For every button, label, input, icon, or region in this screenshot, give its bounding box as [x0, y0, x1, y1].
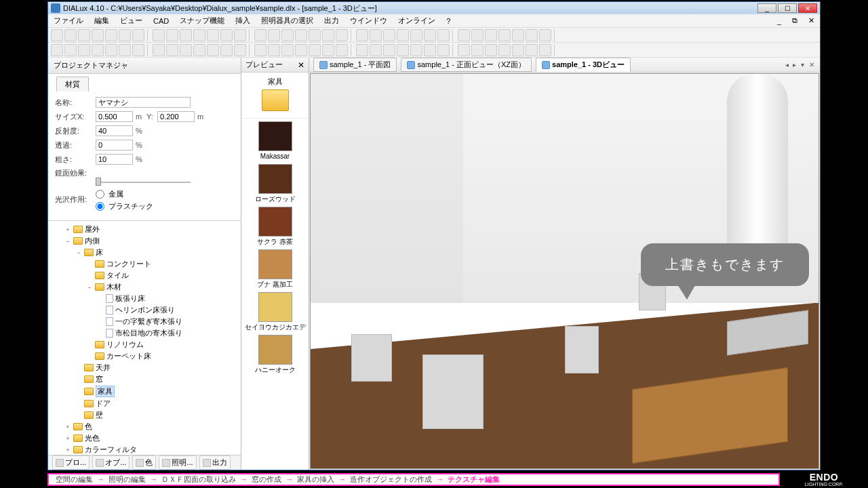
toolbar-button[interactable]	[458, 29, 470, 41]
toolbar-button[interactable]	[295, 29, 307, 41]
mdi-minimize[interactable]: _	[774, 16, 784, 26]
toolbar-button[interactable]	[193, 29, 205, 41]
toolbar-button[interactable]	[234, 29, 246, 41]
toolbar-button[interactable]	[220, 29, 233, 41]
titlebar[interactable]: DIALux 4.10 - C:¥Users¥Sayaka¥Desktop¥Di…	[48, 2, 820, 14]
menu-snap[interactable]: スナップ機能	[177, 14, 227, 27]
toolbar-button[interactable]	[132, 29, 144, 41]
toolbar-button[interactable]	[397, 29, 409, 41]
input-name[interactable]	[96, 97, 191, 108]
toolbar-button[interactable]	[234, 44, 246, 56]
toolbar-button[interactable]	[180, 29, 192, 41]
doc-tab[interactable]: sample_1 - 3Dビュー	[536, 58, 631, 72]
toolbar-button[interactable]	[147, 29, 150, 41]
toolbar-button[interactable]	[92, 29, 104, 41]
bt-output[interactable]: 出力	[199, 455, 231, 470]
swatch-item[interactable]: ローズウッド	[244, 164, 306, 203]
toolbar-button[interactable]	[485, 44, 497, 56]
toolbar-button[interactable]	[452, 29, 455, 41]
toolbar-button[interactable]	[410, 29, 422, 41]
toolbar-button[interactable]	[424, 29, 436, 41]
toolbar-button[interactable]	[322, 44, 334, 56]
toolbar-button[interactable]	[207, 44, 219, 56]
toolbar-button[interactable]	[309, 44, 321, 56]
toolbar-button[interactable]	[383, 44, 395, 56]
toolbar-button[interactable]	[356, 44, 368, 56]
toolbar-button[interactable]	[51, 29, 63, 41]
toolbar-button[interactable]	[512, 29, 524, 41]
swatch-item[interactable]: Makassar	[244, 121, 306, 160]
radio-plastic[interactable]	[96, 202, 104, 211]
toolbar-button[interactable]	[539, 44, 551, 56]
toolbar-button[interactable]	[281, 44, 294, 56]
close-button[interactable]: ✕	[798, 3, 817, 13]
toolbar-button[interactable]	[485, 29, 497, 41]
toolbar-button[interactable]	[254, 44, 267, 56]
tab-material[interactable]: 材質	[56, 77, 89, 92]
toolbar-button[interactable]	[471, 44, 484, 56]
toolbar-button[interactable]	[351, 29, 353, 41]
tab-nav[interactable]: ◂ ▸ ▾ ✕	[785, 61, 816, 68]
toolbar-button[interactable]	[554, 29, 557, 41]
toolbar-button[interactable]	[249, 44, 252, 56]
toolbar-button[interactable]	[166, 44, 178, 56]
menu-luminaire[interactable]: 照明器具の選択	[258, 14, 316, 27]
toolbar-button[interactable]	[336, 29, 348, 41]
tree-node-furniture[interactable]: 家具	[54, 385, 238, 398]
menu-cad[interactable]: CAD	[151, 16, 172, 26]
toolbar-button[interactable]	[424, 44, 436, 56]
toolbar-button[interactable]	[526, 29, 538, 41]
toolbar-button[interactable]	[78, 29, 90, 41]
folder-open-icon[interactable]	[262, 89, 289, 111]
doc-tab[interactable]: sample_1 - 正面ビュー（XZ面）	[401, 58, 532, 72]
input-refl[interactable]	[96, 125, 133, 136]
swatch-item[interactable]: サクラ 赤茶	[244, 207, 306, 245]
toolbar-button[interactable]	[539, 29, 551, 41]
minimize-button[interactable]: _	[757, 3, 776, 13]
toolbar-button[interactable]	[351, 44, 353, 56]
toolbar-button[interactable]	[92, 44, 104, 56]
input-rough[interactable]	[96, 154, 133, 165]
toolbar-button[interactable]	[512, 44, 524, 56]
swatch-list[interactable]: Makassarローズウッドサクラ 赤茶ブナ 蒸加工セイヨウカジカエデハニーオー…	[241, 119, 309, 470]
toolbar-button[interactable]	[132, 44, 144, 56]
toolbar-button[interactable]	[119, 29, 131, 41]
toolbar-button[interactable]	[397, 44, 409, 56]
swatch-item[interactable]: セイヨウカジカエデ	[244, 292, 306, 331]
toolbar-button[interactable]	[249, 29, 252, 41]
toolbar-button[interactable]	[105, 44, 117, 56]
input-sizey[interactable]	[157, 111, 195, 122]
toolbar-button[interactable]	[220, 44, 233, 56]
toolbar-button[interactable]	[498, 29, 511, 41]
toolbar-button[interactable]	[498, 44, 511, 56]
swatch-item[interactable]: ブナ 蒸加工	[244, 249, 306, 288]
toolbar-button[interactable]	[526, 44, 538, 56]
toolbar-button[interactable]	[309, 29, 321, 41]
toolbar-button[interactable]	[193, 44, 205, 56]
toolbar-button[interactable]	[437, 44, 450, 56]
toolbar-button[interactable]	[336, 44, 348, 56]
toolbar-button[interactable]	[356, 29, 368, 41]
doc-tab[interactable]: sample_1 - 平面図	[313, 58, 397, 72]
menu-insert[interactable]: 挿入	[233, 14, 253, 27]
toolbar-button[interactable]	[322, 29, 334, 41]
radio-metal[interactable]	[96, 190, 104, 199]
menu-online[interactable]: オンライン	[395, 14, 438, 27]
toolbar-button[interactable]	[295, 44, 307, 56]
menu-window[interactable]: ウインドウ	[347, 14, 390, 27]
toolbar-button[interactable]	[119, 44, 131, 56]
toolbar-button[interactable]	[105, 29, 117, 41]
toolbar-button[interactable]	[281, 29, 294, 41]
toolbar-button[interactable]	[383, 29, 395, 41]
mdi-restore[interactable]: ⧉	[789, 15, 800, 26]
input-sizex[interactable]	[96, 111, 133, 122]
toolbar-button[interactable]	[458, 44, 470, 56]
toolbar-button[interactable]	[78, 44, 90, 56]
menu-file[interactable]: ファイル	[51, 14, 86, 27]
bt-project[interactable]: プロ...	[52, 455, 90, 470]
toolbar-button[interactable]	[207, 29, 219, 41]
toolbar-button[interactable]	[370, 29, 382, 41]
bt-object[interactable]: オブ...	[92, 455, 130, 470]
viewport-3d[interactable]: 上書きもできます	[310, 73, 819, 469]
toolbar-button[interactable]	[64, 29, 77, 41]
